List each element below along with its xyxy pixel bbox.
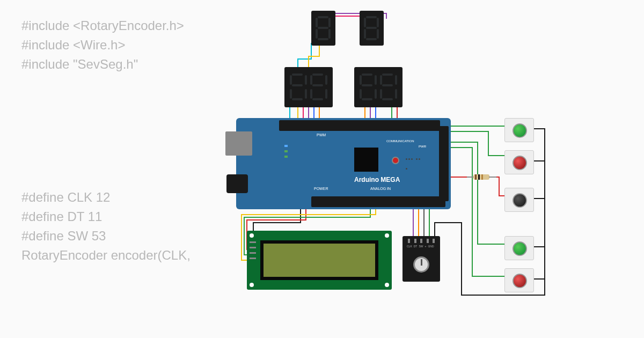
arduino-analog-header [311, 196, 445, 207]
encoder-knob[interactable] [413, 256, 429, 273]
analog-in-label: ANALOG IN [370, 187, 391, 190]
encoder-pin-label: + [425, 245, 426, 248]
arduino-digital-header [279, 120, 440, 131]
encoder-pin-label: DT [414, 245, 418, 248]
rotary-encoder[interactable]: CLK DT SW + GND [402, 236, 440, 282]
lcd-screen [260, 240, 378, 280]
lcd-i2c-pins [250, 241, 256, 274]
code-line: #include <RotaryEncoder.h> [21, 16, 184, 35]
mounting-hole-icon [385, 283, 389, 287]
code-line: #include "SevSeg.h" [21, 55, 184, 74]
code-line: RotaryEncoder encoder(CLK, [21, 246, 191, 265]
power-section-label: POWER [314, 187, 328, 190]
rx-led-icon [284, 156, 288, 158]
push-button-red-1[interactable] [504, 150, 534, 174]
seven-segment-single-1[interactable] [311, 11, 335, 46]
segment-digit [316, 16, 331, 40]
power-jack-icon [226, 174, 248, 193]
encoder-pin-header [408, 239, 435, 244]
encoder-pin-label: GND [428, 245, 434, 248]
usb-port-icon [225, 131, 252, 156]
arduino-pins-header [439, 126, 449, 201]
l-led-icon [284, 145, 288, 147]
code-line: #define CLK 12 [21, 188, 191, 207]
code-line: #define SW 53 [21, 226, 191, 246]
push-button-red-2[interactable] [504, 268, 534, 292]
segment-digit [310, 74, 327, 100]
encoder-pin-labels: CLK DT SW + GND [407, 245, 434, 248]
segment-digit [290, 74, 307, 100]
button-cap-icon [513, 193, 527, 208]
button-cap-icon [513, 156, 527, 170]
resistor[interactable] [467, 174, 496, 180]
push-button-green-2[interactable] [504, 236, 534, 260]
pwm-label: PWM [317, 133, 326, 137]
reset-button[interactable] [392, 157, 399, 164]
tx-led-icon [284, 150, 288, 152]
icsp-header-icon [405, 153, 421, 164]
mounting-hole-icon [385, 233, 389, 238]
arduino-mega-board[interactable]: Arduino MEGA PWM COMMUNICATION PWR POWER… [236, 118, 451, 209]
button-cap-icon [513, 274, 527, 288]
arduino-board-label: Arduino MEGA [354, 176, 400, 183]
pwr-label: PWR [419, 145, 426, 148]
communication-label: COMMUNICATION [386, 139, 414, 143]
button-cap-icon [513, 123, 527, 138]
code-line: #define DT 11 [21, 207, 191, 226]
seven-segment-double-2[interactable] [354, 67, 402, 107]
segment-digit [360, 74, 377, 100]
circuit-diagram: Arduino MEGA PWM COMMUNICATION PWR POWER… [204, 11, 590, 327]
mounting-hole-icon [250, 283, 254, 287]
seven-segment-single-2[interactable] [360, 11, 384, 46]
resistor-band-icon [481, 174, 483, 180]
microcontroller-chip-icon [354, 148, 378, 172]
code-line: #include <Wire.h> [21, 35, 184, 55]
code-defines: #define CLK 12 #define DT 11 #define SW … [21, 188, 191, 265]
resistor-band-icon [475, 174, 477, 180]
button-cap-icon [513, 241, 527, 256]
segment-digit [364, 16, 379, 40]
seven-segment-double-1[interactable] [284, 67, 333, 107]
encoder-pin-label: CLK [407, 245, 412, 248]
mounting-hole-icon [250, 233, 254, 238]
resistor-lead [489, 177, 496, 178]
push-button-green-1[interactable] [504, 118, 534, 142]
push-button-black[interactable] [504, 188, 534, 212]
code-includes: #include <RotaryEncoder.h> #include <Wir… [21, 16, 184, 74]
encoder-pin-label: SW [419, 245, 423, 248]
segment-digit [380, 74, 397, 100]
lcd-16x2-display[interactable] [247, 231, 392, 290]
resistor-band-icon [478, 174, 480, 180]
